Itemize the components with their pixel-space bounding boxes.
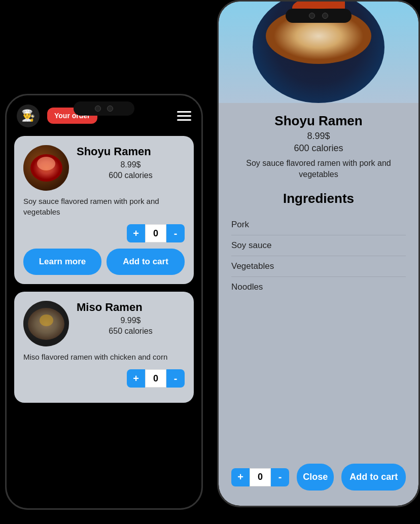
card-top: Shoyu Ramen 8.99$ 600 calories xyxy=(23,145,185,191)
shoyu-card-buttons: Learn more Add to cart xyxy=(23,249,185,275)
card-top-miso: Miso Ramen 9.99$ 650 calories xyxy=(23,301,185,346)
detail-content: Shoyu Ramen 8.99$ 600 calories Soy sauce… xyxy=(219,103,418,307)
ingredient-soy-sauce: Soy sauce xyxy=(231,235,406,256)
miso-ramen-card: Miso Ramen 9.99$ 650 calories Miso flavo… xyxy=(14,292,194,403)
shoyu-ramen-desc: Soy sauce flavored ramen with pork and v… xyxy=(23,196,185,217)
notch-camera xyxy=(95,106,101,112)
miso-ramen-title: Miso Ramen xyxy=(77,301,185,314)
shoyu-bowl-visual xyxy=(23,145,69,191)
miso-ramen-desc: Miso flavored ramen with chicken and cor… xyxy=(23,352,185,362)
ingredient-noodles: Noodles xyxy=(231,277,406,297)
scroll-content: Shoyu Ramen 8.99$ 600 calories Soy sauce… xyxy=(7,131,201,508)
shoyu-qty-increase[interactable]: - xyxy=(166,224,185,242)
ingredients-heading: Ingredients xyxy=(231,191,406,206)
shoyu-ramen-calories: 600 calories xyxy=(77,171,185,180)
miso-qty-value: 0 xyxy=(145,369,166,388)
ingredient-pork: Pork xyxy=(231,215,406,235)
logo: 👨‍🍳 xyxy=(17,104,40,127)
right-phone: Shoyu Ramen 8.99$ 600 calories Soy sauce… xyxy=(217,0,420,507)
miso-ramen-calories: 650 calories xyxy=(77,327,185,336)
notch-left xyxy=(74,101,134,116)
shoyu-learn-more-button[interactable]: Learn more xyxy=(23,249,101,275)
detail-qty-decrease[interactable]: + xyxy=(231,468,250,486)
left-phone: 👨‍🍳 Your order 0 Shoyu xyxy=(5,94,203,510)
menu-icon[interactable] xyxy=(177,111,191,121)
detail-calories: 600 calories xyxy=(231,143,406,154)
detail-close-button[interactable]: Close xyxy=(297,464,334,491)
shoyu-qty-value: 0 xyxy=(145,224,166,242)
shoyu-ramen-price: 8.99$ xyxy=(77,160,185,169)
shoyu-ramen-title: Shoyu Ramen xyxy=(77,145,185,158)
notch-right-camera xyxy=(309,13,315,19)
detail-qty-value: 0 xyxy=(250,468,271,486)
miso-ramen-image xyxy=(23,301,69,346)
chef-icon: 👨‍🍳 xyxy=(21,109,35,122)
shoyu-add-to-cart-button[interactable]: Add to cart xyxy=(107,249,185,275)
detail-footer: + 0 - Close Add to cart xyxy=(219,464,418,491)
ingredient-vegetables: Vegetables xyxy=(231,256,406,277)
miso-qty-controls: + 0 - xyxy=(23,369,185,388)
detail-description: Soy sauce flavored ramen with pork and v… xyxy=(231,158,406,181)
detail-add-to-cart-button[interactable]: Add to cart xyxy=(341,464,406,491)
miso-qty-decrease[interactable]: + xyxy=(127,369,145,388)
miso-qty-increase[interactable]: - xyxy=(166,369,185,388)
notch-right-sensor xyxy=(322,13,328,19)
miso-ramen-info: Miso Ramen 9.99$ 650 calories xyxy=(77,301,185,336)
shoyu-qty-decrease[interactable]: + xyxy=(127,224,145,242)
detail-price: 8.99$ xyxy=(231,131,406,142)
shoyu-ramen-info: Shoyu Ramen 8.99$ 600 calories xyxy=(77,145,185,180)
shoyu-ramen-image xyxy=(23,145,69,191)
detail-qty-increase[interactable]: - xyxy=(271,468,289,486)
miso-bowl-visual xyxy=(23,301,69,346)
shoyu-qty-controls: + 0 - xyxy=(23,224,185,242)
miso-ramen-price: 9.99$ xyxy=(77,316,185,325)
notch-sensor xyxy=(107,106,113,112)
detail-qty-controls: + 0 - xyxy=(231,468,289,486)
detail-title: Shoyu Ramen xyxy=(231,113,406,129)
right-phone-screen: Shoyu Ramen 8.99$ 600 calories Soy sauce… xyxy=(219,2,418,506)
left-phone-screen: 👨‍🍳 Your order 0 Shoyu xyxy=(7,95,201,508)
notch-right xyxy=(286,9,352,23)
shoyu-ramen-card: Shoyu Ramen 8.99$ 600 calories Soy sauce… xyxy=(14,136,194,284)
